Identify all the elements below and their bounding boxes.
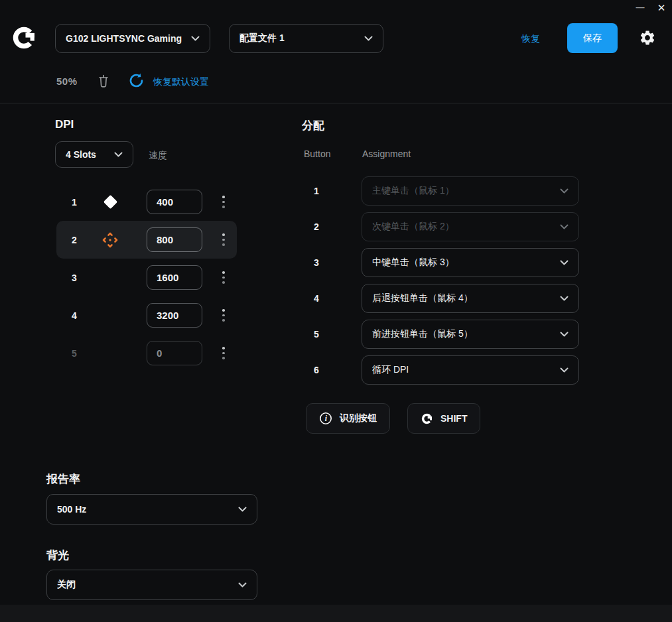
identify-buttons-button[interactable]: i 识别按钮	[306, 403, 390, 434]
svg-text:i: i	[325, 414, 328, 422]
assignment-row: 5 前进按钮单击（鼠标 5）	[302, 320, 587, 349]
move-crosshair-icon	[102, 232, 118, 248]
kebab-menu-icon	[221, 347, 226, 359]
dpi-value-input[interactable]	[147, 190, 202, 214]
column-header-assignment: Assignment	[362, 149, 411, 159]
dpi-slot-icon	[101, 345, 119, 362]
dpi-slot-number: 1	[67, 197, 82, 208]
assignment-selector[interactable]: 循环 DPI	[362, 355, 579, 385]
assignment-selector-value: 前进按钮单击（鼠标 5）	[372, 328, 553, 340]
chevron-down-icon	[560, 224, 569, 230]
assignment-selector-value: 中键单击（鼠标 3）	[372, 257, 553, 269]
gear-icon[interactable]	[639, 29, 656, 46]
assignment-button-number: 3	[310, 257, 323, 268]
zoom-level: 50%	[56, 76, 78, 87]
chevron-down-icon	[238, 507, 247, 513]
kebab-menu-icon[interactable]	[221, 196, 226, 208]
dpi-slot-icon	[101, 231, 119, 249]
assignment-row: 3 中键单击（鼠标 3）	[302, 248, 587, 277]
assignment-row: 6 循环 DPI	[302, 355, 587, 385]
header-divider	[0, 103, 672, 103]
kebab-menu-icon[interactable]	[221, 271, 226, 284]
assignment-button-number: 2	[310, 221, 323, 232]
dpi-slot-number: 2	[67, 235, 82, 245]
backlight-value: 关闭	[57, 579, 232, 591]
logitech-g-logo-icon	[11, 24, 37, 52]
dpi-value-input[interactable]	[147, 265, 202, 290]
restore-defaults-link[interactable]: 恢复默认设置	[153, 76, 209, 88]
chevron-down-icon	[238, 582, 247, 588]
chevron-down-icon	[560, 260, 569, 266]
profile-selector-value: 配置文件 1	[239, 32, 358, 44]
dpi-value-input[interactable]	[147, 303, 202, 328]
dpi-slot-number: 4	[67, 310, 82, 321]
dpi-value-input[interactable]	[147, 227, 202, 252]
dpi-slot-list: 1 2	[56, 183, 237, 372]
assignment-selector: 次键单击（鼠标 2）	[362, 212, 579, 241]
assignment-selector-value: 次键单击（鼠标 2）	[372, 221, 553, 233]
report-rate-value: 500 Hz	[57, 504, 232, 515]
refresh-icon[interactable]	[128, 72, 145, 89]
assignment-selector-value: 循环 DPI	[372, 364, 553, 376]
dpi-section-title: DPI	[55, 118, 74, 131]
chevron-down-icon	[560, 367, 569, 373]
assignment-actions: i 识别按钮 SHIFT	[306, 403, 480, 434]
chevron-down-icon	[560, 188, 569, 194]
dpi-value-input	[147, 341, 202, 365]
kebab-menu-icon[interactable]	[221, 233, 226, 246]
assignment-selector: 主键单击（鼠标 1）	[362, 176, 579, 206]
chevron-down-icon	[560, 332, 569, 338]
dpi-slot-number: 3	[67, 273, 82, 283]
gshift-button[interactable]: SHIFT	[407, 403, 480, 434]
dpi-slot-row: 3	[56, 259, 237, 296]
dpi-slots-value: 4 Slots	[66, 149, 107, 160]
trash-icon[interactable]	[97, 74, 110, 90]
report-rate-selector[interactable]: 500 Hz	[46, 494, 257, 525]
diamond-icon	[103, 195, 117, 209]
chevron-down-icon	[364, 36, 373, 42]
close-button[interactable]: ✕	[652, 0, 671, 16]
report-rate-title: 报告率	[46, 471, 80, 487]
footer-bar	[0, 605, 672, 622]
column-header-button: Button	[304, 149, 330, 159]
assignment-button-number: 6	[310, 365, 323, 375]
dpi-slot-row: 4	[56, 296, 237, 334]
kebab-menu-icon[interactable]	[221, 309, 226, 322]
assignment-list: 1 主键单击（鼠标 1） 2 次键单击（鼠标 2） 3 中键单击（鼠标 3）	[302, 176, 587, 391]
assignment-selector[interactable]: 后退按钮单击（鼠标 4）	[362, 284, 579, 313]
assignment-button-number: 4	[310, 293, 323, 304]
assignment-row: 1 主键单击（鼠标 1）	[302, 176, 587, 206]
dpi-slots-selector[interactable]: 4 Slots	[55, 141, 133, 168]
assignment-button-number: 1	[310, 186, 323, 196]
dpi-slot-row: 1	[56, 183, 237, 221]
assignment-row: 2 次键单击（鼠标 2）	[302, 212, 587, 241]
ghub-window: — ✕ G102 LIGHTSYNC Gaming Mo 配置文件 1 恢复 保…	[0, 0, 672, 622]
restore-link[interactable]: 恢复	[521, 33, 540, 45]
logitech-g-logo-icon	[421, 412, 433, 425]
dpi-slot-icon	[101, 307, 119, 324]
save-button[interactable]: 保存	[567, 23, 618, 53]
device-selector[interactable]: G102 LIGHTSYNC Gaming Mo	[55, 24, 210, 53]
backlight-title: 背光	[46, 548, 69, 563]
assignment-selector[interactable]: 前进按钮单击（鼠标 5）	[362, 320, 579, 349]
speed-label: 速度	[149, 150, 167, 162]
backlight-selector[interactable]: 关闭	[46, 570, 257, 600]
device-selector-value: G102 LIGHTSYNC Gaming Mo	[66, 33, 184, 44]
dpi-slot-row: 2	[56, 221, 237, 259]
assignment-row: 4 后退按钮单击（鼠标 4）	[302, 284, 587, 313]
assignment-section-title: 分配	[302, 118, 324, 133]
chevron-down-icon	[560, 296, 569, 302]
dpi-slot-row: 5	[56, 334, 237, 372]
assignment-selector[interactable]: 中键单击（鼠标 3）	[362, 248, 579, 277]
assignment-selector-value: 后退按钮单击（鼠标 4）	[372, 292, 553, 304]
info-circle-icon: i	[319, 412, 332, 425]
chevron-down-icon	[114, 152, 123, 158]
dpi-slot-icon	[101, 269, 119, 286]
minimize-button[interactable]: —	[631, 0, 649, 15]
assignment-button-number: 5	[310, 329, 323, 340]
profile-selector[interactable]: 配置文件 1	[229, 24, 383, 53]
chevron-down-icon	[191, 36, 200, 42]
dpi-slot-number: 5	[67, 348, 82, 359]
identify-buttons-label: 识别按钮	[340, 412, 377, 424]
dpi-slot-icon	[101, 194, 119, 211]
